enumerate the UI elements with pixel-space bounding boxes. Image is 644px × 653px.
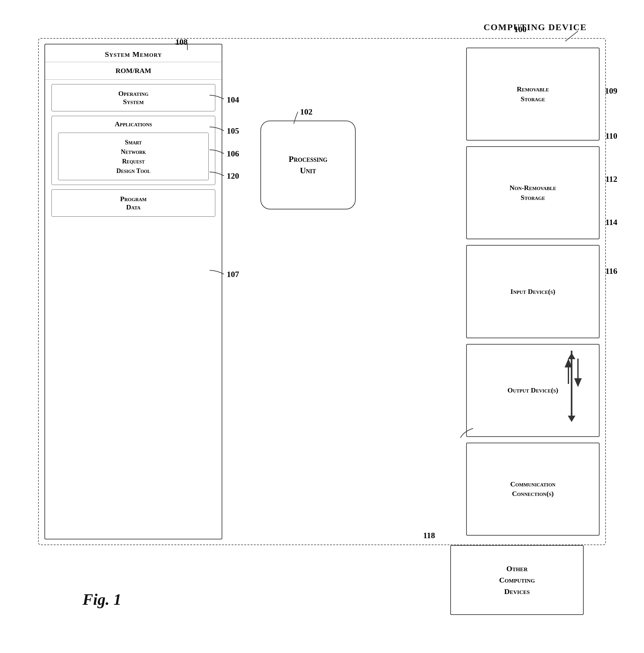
system-memory-label: System Memory [45,44,222,62]
non-removable-storage-box: Non-RemovableStorage [466,146,600,239]
system-memory-box: System Memory ROM/RAM OperatingSystem Ap… [44,44,222,539]
removable-storage-label: RemovableStorage [517,84,549,104]
ref-116: 116 [605,267,617,276]
smart-network-box: SmartNetworkRequestDesign Tool [58,132,209,180]
other-computing-label: OtherComputingDevices [499,563,535,597]
ref-107: 107 [227,270,239,279]
os-box: OperatingSystem [51,84,215,112]
processing-unit-label: ProcessingUnit [289,153,327,177]
output-devices-label: Output Device(s) [507,386,558,395]
input-devices-label: Input Device(s) [510,287,555,297]
ref-110: 110 [605,131,617,141]
ref-109: 109 [605,86,617,96]
ref-114: 114 [605,218,617,227]
rom-ram-label: ROM/RAM [45,62,222,80]
ref-100: 100 [514,25,527,34]
removable-storage-box: RemovableStorage [466,48,600,141]
program-data-label: ProgramData [120,195,146,211]
ref-112: 112 [605,174,617,184]
non-removable-storage-label: Non-RemovableStorage [509,183,556,203]
ref-108: 108 [175,38,188,47]
ref-118: 118 [423,531,435,540]
ref-104: 104 [227,95,239,105]
communication-box: CommunicationConnection(s) [466,443,600,536]
other-computing-box: OtherComputingDevices [450,545,584,615]
fig-label: Fig. 1 [83,590,121,609]
ref-105: 105 [227,126,239,136]
smart-network-label: SmartNetworkRequestDesign Tool [116,139,150,174]
applications-outer-box: Applications SmartNetworkRequestDesign T… [51,116,215,185]
os-label: OperatingSystem [118,90,148,106]
ref-106: 106 [227,149,239,159]
output-devices-box: Output Device(s) [466,344,600,437]
input-devices-box: Input Device(s) [466,245,600,338]
right-column: RemovableStorage Non-RemovableStorage In… [466,48,600,536]
computing-device-label: COMPUTING DEVICE [484,22,587,32]
ref-102: 102 [300,107,313,117]
program-data-box: ProgramData [51,189,215,217]
ref-120: 120 [227,171,239,181]
applications-label: Applications [52,116,215,131]
communication-label: CommunicationConnection(s) [510,479,555,499]
processing-unit-box: ProcessingUnit [260,121,356,210]
